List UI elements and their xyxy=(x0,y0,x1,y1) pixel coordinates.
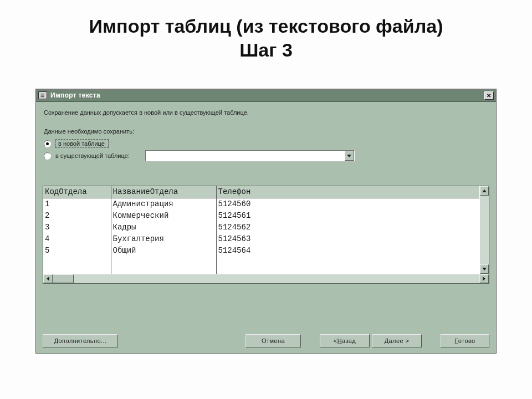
back-button-pre: < xyxy=(334,337,337,344)
finish-button-post: отово xyxy=(458,337,475,344)
chevron-up-icon xyxy=(482,190,487,192)
scroll-up-button[interactable] xyxy=(480,186,489,196)
back-button-accel: Н xyxy=(337,337,342,344)
scroll-down-button[interactable] xyxy=(480,264,489,274)
table-cell: 3 xyxy=(43,222,111,233)
slide-title-line2: Шаг 3 xyxy=(239,39,293,60)
back-button[interactable]: < Назад xyxy=(320,334,370,347)
next-button-accel: Д xyxy=(385,337,389,344)
table-cell: Администрация xyxy=(111,198,216,211)
table-row: 5Общий5124564 xyxy=(43,245,479,257)
radio-new-table[interactable] xyxy=(44,140,51,147)
column-header: НазваниеОтдела xyxy=(111,186,216,198)
table-cell: 2 xyxy=(43,210,111,222)
import-text-dialog: ☰ Импорт текста ✕ Сохранение данных допу… xyxy=(35,89,497,354)
chevron-down-icon xyxy=(347,155,351,157)
chevron-left-icon xyxy=(47,277,49,281)
table-row: 2Коммерческий5124561 xyxy=(43,210,479,222)
radio-dot-icon xyxy=(46,142,49,145)
column-header: КодОтдела xyxy=(43,186,111,198)
slide-title-line1: Импорт таблиц (из текстового файла) xyxy=(89,16,443,37)
hscroll-thumb[interactable] xyxy=(53,274,74,283)
dialog-titlebar: ☰ Импорт текста ✕ xyxy=(36,89,496,102)
table-cell: Бухгалтерия xyxy=(111,233,216,245)
table-cell: 5124564 xyxy=(216,245,479,257)
column-header: Телефон xyxy=(216,186,479,198)
combo-field[interactable] xyxy=(146,151,345,161)
radio-new-table-label: в новой таблице xyxy=(55,139,109,148)
intro-text: Сохранение данных допускается в новой ил… xyxy=(44,109,489,116)
close-icon: ✕ xyxy=(487,93,491,99)
advanced-button[interactable]: Дополнительно... xyxy=(43,334,118,347)
next-button[interactable]: Далее > xyxy=(372,334,422,347)
existing-table-combo[interactable] xyxy=(145,150,355,161)
table-cell: Коммерческий xyxy=(111,210,216,222)
vscroll-track[interactable] xyxy=(480,196,489,264)
cancel-button[interactable]: Отмена xyxy=(245,334,301,347)
table-cell: 5124560 xyxy=(216,198,479,211)
preview-grid: КодОтделаНазваниеОтделаТелефон 1Админист… xyxy=(43,186,480,274)
table-cell: Кадры xyxy=(111,222,216,233)
scroll-right-button[interactable] xyxy=(479,274,489,283)
table-cell: 5124563 xyxy=(216,233,479,245)
combo-dropdown-button[interactable] xyxy=(345,151,354,161)
save-prompt: Данные необходимо сохранить: xyxy=(44,128,489,135)
radio-existing-table[interactable] xyxy=(44,152,51,160)
table-row: 4Бухгалтерия5124563 xyxy=(43,233,479,245)
advanced-button-label: Дополнительно... xyxy=(54,337,107,344)
finish-button[interactable]: Готово xyxy=(441,334,489,347)
slide-title: Импорт таблиц (из текстового файла) Шаг … xyxy=(0,14,532,62)
scroll-left-button[interactable] xyxy=(43,274,53,283)
hscroll-track[interactable] xyxy=(74,274,479,283)
table-cell: 5124561 xyxy=(216,210,479,222)
table-cell: 4 xyxy=(43,233,111,245)
cancel-button-label: Отмена xyxy=(262,337,285,344)
chevron-right-icon xyxy=(483,277,485,281)
table-row: 1Администрация5124560 xyxy=(43,198,479,211)
table-row: 3Кадры5124562 xyxy=(43,222,479,233)
back-button-post: азад xyxy=(342,337,356,344)
dialog-title: Импорт текста xyxy=(50,91,100,99)
table-cell: 5 xyxy=(43,245,111,257)
close-button[interactable]: ✕ xyxy=(484,91,494,100)
radio-existing-table-label: в существующей таблице: xyxy=(55,152,130,159)
vertical-scrollbar[interactable] xyxy=(480,186,489,274)
horizontal-scrollbar[interactable] xyxy=(43,274,489,284)
table-cell: 1 xyxy=(43,198,111,211)
next-button-post: алее > xyxy=(389,337,410,344)
table-cell: 5124562 xyxy=(216,222,479,233)
table-cell: Общий xyxy=(111,245,216,257)
chevron-down-icon xyxy=(482,268,487,270)
wizard-icon: ☰ xyxy=(38,91,47,99)
